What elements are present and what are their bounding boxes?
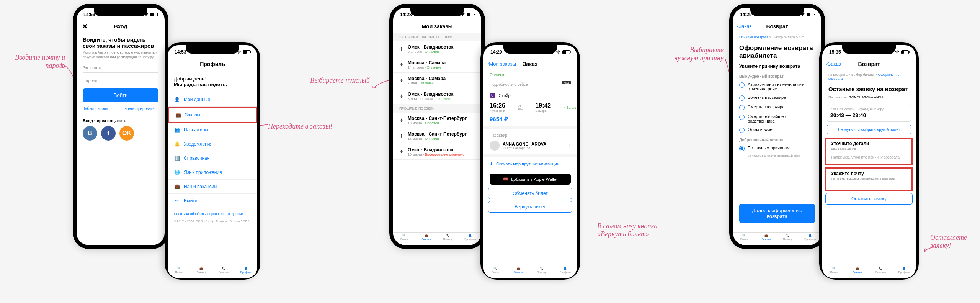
briefcase-icon: 💼 bbox=[199, 267, 203, 270]
reason-personal[interactable]: По личным причинам bbox=[733, 144, 821, 153]
search-icon: 🔍 bbox=[177, 267, 181, 270]
exchange-button[interactable]: Обменять билет bbox=[488, 188, 572, 199]
reason-relative-death[interactable]: Смерть ближайшего родственника bbox=[733, 112, 821, 125]
menu-help[interactable]: ℹ️Справочная bbox=[168, 151, 257, 165]
trip-item[interactable]: ✈Омск - Владивосток8 мая - 11 июля · Опл… bbox=[393, 88, 481, 104]
tab-help[interactable]: 📞Помощь bbox=[869, 267, 892, 274]
avatar-icon: 👤 bbox=[244, 267, 248, 270]
email-heading: Укажите почту bbox=[826, 169, 911, 177]
plane-icon: ✈ bbox=[399, 149, 404, 155]
fake-badge: Fake bbox=[562, 81, 571, 84]
ok-button[interactable]: OK bbox=[119, 126, 134, 141]
phone-icon: 📞 bbox=[222, 267, 225, 270]
tab-search[interactable]: 🔍Поиск bbox=[168, 267, 190, 274]
tab-orders[interactable]: 💼Заказы bbox=[415, 234, 438, 241]
back-button[interactable]: ‹ Заказ bbox=[737, 23, 751, 29]
login-button[interactable]: Войти bbox=[83, 88, 158, 102]
submit-button[interactable]: Оставить заявку bbox=[825, 193, 913, 205]
past-label: ПРОШЛЫЕ ПОЕЗДКИ bbox=[393, 104, 481, 113]
continue-button[interactable]: Далее к оформлению возврата bbox=[739, 204, 815, 223]
download-icon: ⬇ bbox=[490, 161, 493, 166]
page-title: Оформление возврата авиабилета bbox=[733, 41, 821, 61]
tab-profile[interactable]: 👤Профиль bbox=[892, 267, 916, 274]
menu-passengers[interactable]: 👥Пассажиры bbox=[168, 123, 257, 137]
airline-row: UЮтэйр bbox=[483, 90, 577, 101]
annotation-return-btn: В самом низу кнопка «Вернуть билет» bbox=[597, 222, 658, 238]
phone-return-reason: 14:29 ‹ ЗаказВозврат Причина возврата > … bbox=[729, 4, 825, 249]
tab-orders[interactable]: 💼Заказы bbox=[507, 267, 530, 274]
reason-illness[interactable]: Болезнь пассажира bbox=[733, 93, 821, 103]
tab-help[interactable]: 📞Помощь bbox=[437, 234, 459, 241]
voluntary-label: Добровольный возврат bbox=[733, 135, 821, 144]
phone-order-detail: 14:29 ‹ Мои заказыЗаказ Оплачен Подробно… bbox=[480, 42, 580, 280]
price: 9654 ₽ bbox=[483, 114, 577, 129]
avatar bbox=[490, 141, 500, 151]
menu-my-data[interactable]: 👤Мои данные bbox=[168, 93, 257, 107]
email-sub: На нее мы вышлем информацию о возврате bbox=[826, 177, 911, 183]
nav-title: Возврат bbox=[766, 23, 788, 29]
apple-wallet-button[interactable]: 🎟️Добавить в Apple Wallet bbox=[490, 174, 571, 185]
tab-search[interactable]: 🔍Поиск bbox=[822, 267, 846, 274]
airline-logo: U bbox=[490, 93, 495, 98]
logout-icon: ↪ bbox=[174, 198, 180, 204]
trip-item[interactable]: ✈Омск - Владивосток10 марта · Бронирован… bbox=[393, 144, 481, 160]
reason-death[interactable]: Смерть пассажира bbox=[733, 103, 821, 112]
tab-profile[interactable]: 👤Профиль bbox=[554, 267, 577, 274]
plane-icon: ✈ bbox=[399, 93, 404, 99]
avatar-icon: 👤 bbox=[469, 234, 472, 237]
plane-icon: ✈ bbox=[399, 77, 404, 84]
tab-search[interactable]: 🔍Поиск bbox=[733, 234, 755, 241]
tab-search[interactable]: 🔍Поиск bbox=[393, 234, 415, 241]
globe-icon: 🌐 bbox=[174, 169, 180, 175]
privacy-link[interactable]: Политика обработки персональных данных bbox=[168, 208, 257, 219]
email-field[interactable]: Эл. почта bbox=[83, 63, 158, 73]
menu-logout[interactable]: ↪Выйти bbox=[168, 194, 257, 208]
menu-notifications[interactable]: 🔔Уведомления bbox=[168, 137, 257, 151]
plane-icon: ✈ bbox=[399, 62, 404, 68]
flight-times: 16:26Жуковский 2ч 16м 19:42Самара ✓Багаж bbox=[483, 101, 577, 114]
chevron-right-icon[interactable]: › bbox=[569, 142, 571, 149]
trip-item[interactable]: ✈Москва - Самара7 мая · Оплачен bbox=[393, 73, 481, 88]
tab-help[interactable]: 📞Помощь bbox=[530, 267, 554, 274]
bell-icon: 🔔 bbox=[174, 141, 180, 147]
tab-help[interactable]: 📞Помощь bbox=[212, 267, 235, 274]
trip-item[interactable]: ✈Москва - Санкт-Петербург18 марта · Опла… bbox=[393, 128, 481, 144]
nav-title: Возврат bbox=[858, 61, 880, 67]
return-button[interactable]: Вернуть билет bbox=[488, 201, 572, 213]
register-link[interactable]: Зарегистрироваться bbox=[122, 106, 158, 111]
tab-search[interactable]: 🔍Поиск bbox=[483, 267, 507, 274]
annotation-orders: Переходите в заказы! bbox=[268, 123, 332, 131]
copyright: © 2017 – 2020, ООО «Глобус Медиа» · Верс… bbox=[168, 219, 257, 223]
close-icon[interactable]: ✕ bbox=[82, 22, 88, 31]
reason-visa[interactable]: Отказ в визе bbox=[733, 125, 821, 135]
greeting: Добрый день!Мы рады вас видеть. bbox=[168, 70, 257, 93]
tab-orders[interactable]: 💼Заказы bbox=[755, 234, 777, 241]
facebook-button[interactable]: f bbox=[101, 126, 116, 141]
tab-help[interactable]: 📞Помощь bbox=[777, 234, 799, 241]
menu-orders[interactable]: 💼Заказы bbox=[168, 107, 257, 123]
back-button[interactable]: ‹ Мои заказы bbox=[487, 61, 516, 67]
password-field[interactable]: Пароль bbox=[83, 76, 158, 85]
tab-profile[interactable]: 👤Профиль bbox=[799, 234, 822, 241]
forgot-password-link[interactable]: Забыл пароль bbox=[83, 106, 108, 111]
trip-item[interactable]: ✈Омск - Владивосток9 апреля · Оплачен bbox=[393, 41, 481, 57]
back-select-button[interactable]: Вернуться и выбрать другой билет bbox=[827, 125, 911, 134]
tab-orders[interactable]: 💼Заказы bbox=[190, 267, 213, 274]
menu-language[interactable]: 🌐Язык приложения bbox=[168, 165, 257, 180]
tab-profile[interactable]: 👤Профиль bbox=[235, 267, 258, 274]
details-textarea[interactable]: Например, уточните причину возврата bbox=[826, 153, 911, 162]
download-receipts[interactable]: ⬇Скачать маршрутные квитанции bbox=[483, 157, 577, 170]
vk-button[interactable]: B bbox=[83, 126, 97, 141]
tab-profile[interactable]: 👤Профиль bbox=[459, 234, 482, 241]
tab-orders[interactable]: 💼Заказы bbox=[846, 267, 869, 274]
back-button[interactable]: ‹ Заказ bbox=[826, 61, 841, 67]
menu-vacancies[interactable]: 💼Наши вакансии bbox=[168, 180, 257, 194]
nav-header: ✕Вход bbox=[77, 20, 165, 33]
search-icon: 🔍 bbox=[402, 234, 406, 237]
wallet-icon: 🎟️ bbox=[503, 177, 508, 182]
trip-item[interactable]: ✈Москва - Санкт-Петербург18 марта · Опла… bbox=[393, 113, 481, 128]
baggage-badge: ✓Багаж bbox=[563, 106, 576, 110]
order-status: Оплачен bbox=[483, 70, 577, 79]
reason-airline-changed[interactable]: Авиакомпания изменила или отменила рейс bbox=[733, 80, 821, 93]
trip-item[interactable]: ✈Москва - Самара14 апреля · Оплачен bbox=[393, 57, 481, 73]
